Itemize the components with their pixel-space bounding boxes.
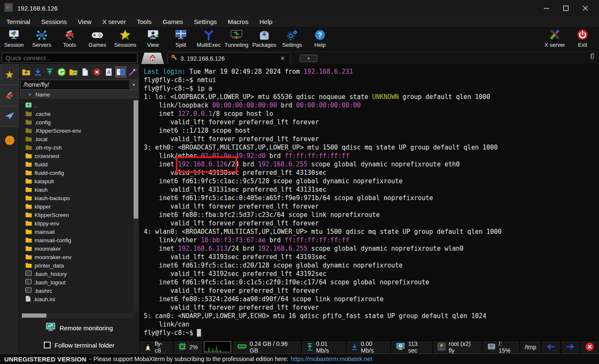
status-download-speed: 0.00 Mb/s [347, 341, 391, 353]
servers-button[interactable]: Servers [28, 29, 56, 48]
file-row--cache[interactable]: .cache [25, 110, 139, 118]
terminal[interactable]: Last login: Tue Mar 19 02:49:28 2024 fro… [140, 64, 599, 340]
status-close-terminal[interactable] [580, 341, 599, 353]
file-row-crowsnest[interactable]: crowsnest [25, 152, 139, 160]
folder-up-icon[interactable] [21, 67, 31, 78]
status-nav-right[interactable] [561, 341, 580, 353]
file-row-moonraker-env[interactable]: moonraker-env [25, 253, 139, 261]
file-row-kiauh-backups[interactable]: kiauh-backups [25, 194, 139, 202]
file-row-fluidd[interactable]: fluidd [25, 160, 139, 169]
menu-settings[interactable]: Settings [188, 17, 222, 27]
tab-close-icon[interactable]: ✕ [279, 55, 287, 62]
file-row-katapult[interactable]: katapult [25, 177, 139, 185]
upload-icon[interactable] [44, 67, 55, 78]
rename-icon[interactable]: A [104, 67, 114, 78]
follow-terminal-checkbox[interactable] [44, 342, 51, 348]
multiexec-button[interactable]: MultiExec [195, 29, 223, 48]
new-file-icon[interactable] [80, 67, 90, 78]
file-row-klipperscreen[interactable]: KlipperScreen [25, 211, 139, 219]
split-button[interactable]: Split [167, 29, 195, 48]
mobatek-link[interactable]: https://mobaxterm.mobatek.net [291, 356, 372, 362]
file-name: .bashrc [34, 288, 52, 294]
file-row-moonraker[interactable]: moonraker [25, 244, 139, 253]
file-row--[interactable]: .. [25, 101, 139, 110]
folder-icon [25, 203, 32, 210]
file-row-klippy-env[interactable]: klippy-env [25, 219, 139, 228]
minimize-button[interactable] [537, 0, 556, 16]
current-path-input[interactable]: /home/fly/ [21, 81, 129, 88]
menu-sessions[interactable]: Sessions [36, 17, 73, 27]
new-folder-icon[interactable] [68, 67, 78, 78]
menu-terminal[interactable]: Terminal [1, 17, 36, 27]
file-row--bash-history[interactable]: .bash_history [25, 270, 139, 278]
terminal-line: fly@fly-c8:~$ █ [144, 329, 599, 337]
refresh-icon[interactable] [56, 67, 67, 78]
quick-connect-input[interactable] [2, 53, 137, 63]
menu-view[interactable]: View [73, 17, 97, 27]
view-button[interactable]: View [139, 29, 167, 48]
connect-row: 3. 192.168.6.126 ✕ + [0, 51, 599, 64]
exit-button[interactable]: Exit [569, 29, 596, 48]
terminal-line: inet6 fe80::fba:bfc2:5d37:c23c/64 scope … [144, 211, 599, 219]
file-row--klipperscreen-env[interactable]: .KlipperScreen-env [25, 126, 139, 135]
download-icon[interactable] [32, 67, 43, 78]
file-row-printer-data[interactable]: printer_data [25, 261, 139, 270]
strip-tools-button[interactable] [0, 85, 19, 106]
tunneling-button[interactable]: Tunneling [223, 29, 250, 48]
paperclip-icon[interactable] [589, 52, 596, 62]
window-title: 192.168.6.126 [17, 5, 537, 12]
name-column-header[interactable]: ▼ Name [19, 90, 139, 99]
packages-button[interactable]: Packages [250, 29, 278, 48]
settings-button[interactable]: Settings [278, 29, 306, 48]
status-nav-left[interactable] [542, 341, 561, 353]
strip-sessions-button[interactable]: ★ [0, 64, 19, 85]
delete-icon[interactable] [92, 67, 102, 78]
file-row-mainsail[interactable]: mainsail [25, 228, 139, 236]
new-tab-button[interactable]: + [300, 55, 317, 62]
dual-pane-icon[interactable] [116, 67, 126, 78]
file-row-mainsail-config[interactable]: mainsail-config [25, 236, 139, 244]
status-text: root (x2) fly [449, 340, 477, 354]
file-row--bashrc[interactable]: .bashrc [25, 286, 139, 295]
menu-macros[interactable]: Macros [222, 17, 254, 27]
menu-tools[interactable]: Tools [132, 17, 157, 27]
folder-icon [25, 211, 32, 219]
path-dropdown-chevron-icon[interactable]: ▾ [129, 80, 138, 89]
strip-macros-button[interactable] [0, 106, 19, 127]
file-row-fluidd-config[interactable]: fluidd-config [25, 169, 139, 177]
games-button[interactable]: Games [83, 29, 111, 48]
file-row--config[interactable]: .config [25, 118, 139, 126]
file-row--oh-my-zsh[interactable]: .oh-my-zsh [25, 143, 139, 152]
menu-games[interactable]: Games [157, 17, 188, 27]
wand-icon[interactable] [127, 67, 138, 78]
home-tab[interactable] [141, 53, 164, 64]
tab-active-session[interactable]: 3. 192.168.6.126 ✕ [167, 52, 290, 64]
status-ram: 0.24 GB / 0.96 GB [233, 341, 302, 353]
file-list-horizontal-scrollbar[interactable] [21, 313, 133, 318]
menu-help[interactable]: Help [254, 17, 278, 27]
help-button[interactable]: ?Help [306, 29, 334, 48]
remote-monitoring-button[interactable]: Remote monitoring [19, 319, 139, 337]
x-server-button[interactable]: X server [541, 29, 569, 48]
file-row--kiauh-ini[interactable]: .kiauh.ini [25, 295, 139, 303]
session-button[interactable]: Session [0, 29, 28, 48]
file-name: .oh-my-zsh [35, 145, 62, 151]
folder-icon [25, 245, 32, 252]
tools-button[interactable]: Tools [56, 29, 83, 48]
cpu-icon [178, 343, 186, 352]
file-row-kiauh[interactable]: kiauh [25, 185, 139, 194]
file-row--local[interactable]: .local [25, 135, 139, 143]
menu-x-server[interactable]: X server [97, 17, 132, 27]
close-button[interactable] [575, 0, 595, 16]
home-icon [149, 54, 156, 63]
horizontal-scroll-thumb[interactable] [22, 313, 46, 318]
file-row--bash-logout[interactable]: .bash_logout [25, 278, 139, 286]
terminal-line: fly@fly-c8:~$ ip a [144, 84, 599, 93]
vertical-scroll-thumb[interactable] [134, 100, 138, 219]
file-row-klipper[interactable]: klipper [25, 202, 139, 211]
sessions-button[interactable]: Sessions [111, 29, 139, 48]
file-list-vertical-scrollbar[interactable] [133, 100, 139, 311]
globe-icon[interactable] [4, 135, 15, 147]
follow-terminal-folder-control[interactable]: Follow terminal folder [19, 337, 139, 353]
maximize-button[interactable] [556, 0, 575, 16]
